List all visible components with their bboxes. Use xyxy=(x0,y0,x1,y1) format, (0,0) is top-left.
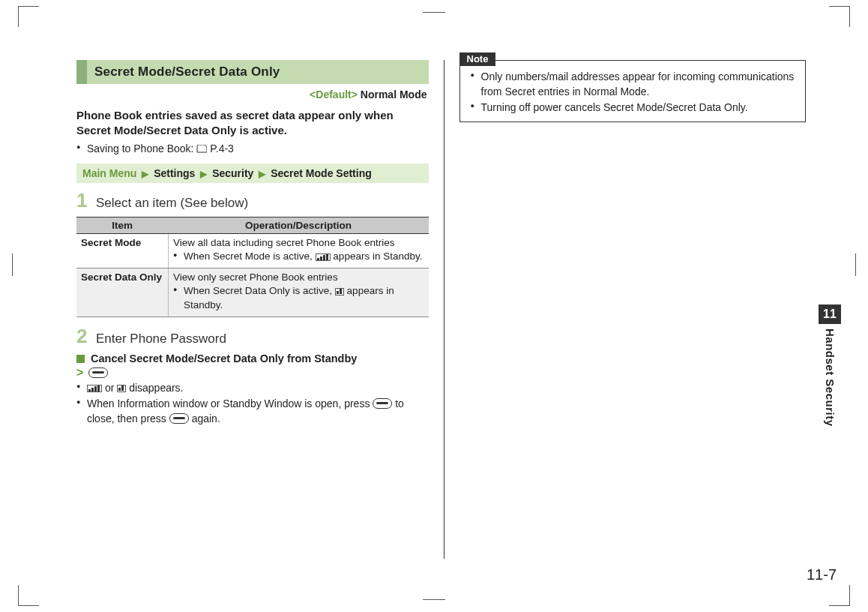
note-item: Turning off power cancels Secret Mode/Se… xyxy=(471,100,798,116)
note-label: Note xyxy=(459,52,496,66)
step-text: Select an item (See below) xyxy=(94,196,248,211)
end-call-key-icon xyxy=(373,398,392,409)
default-value: Normal Mode xyxy=(361,88,427,100)
page-ref-icon xyxy=(196,145,207,153)
page-number: 11-7 xyxy=(807,566,837,584)
table-item: Secret Mode xyxy=(76,234,169,268)
crumb-security: Security xyxy=(212,167,253,179)
step-number: 1 xyxy=(76,190,94,210)
chevron-right-icon: ▶ xyxy=(198,169,209,179)
end-call-key-icon xyxy=(169,413,189,424)
square-bullet-icon xyxy=(76,355,85,363)
step-number: 2 xyxy=(76,326,94,346)
table-row: Secret Data Only View only secret Phone … xyxy=(76,268,429,316)
crumb-main-menu: Main Menu xyxy=(82,167,136,179)
chapter-side-tab: 11 Handset Security xyxy=(819,304,841,427)
table-head-item: Item xyxy=(76,218,169,234)
cropmark-bottom-center-icon xyxy=(423,599,445,612)
section-header: Secret Mode/Secret Data Only xyxy=(76,60,429,84)
crumb-settings: Settings xyxy=(154,167,195,179)
chevron-right-icon: ▶ xyxy=(139,169,151,179)
chevron-right-icon: ▶ xyxy=(256,169,268,179)
cropmark-right-center-icon xyxy=(855,254,868,276)
table-desc: View all data including secret Phone Boo… xyxy=(169,234,429,268)
table-desc: View only secret Phone Book entries When… xyxy=(169,268,429,316)
mode-table: Item Operation/Description Secret Mode V… xyxy=(76,217,429,317)
table-head-desc: Operation/Description xyxy=(169,218,429,234)
step-2: 2 Enter Phone Password xyxy=(76,326,429,346)
step-1: 1 Select an item (See below) xyxy=(76,190,429,211)
secret-data-only-indicator-icon xyxy=(117,385,126,392)
default-mode-line: <Default> Normal Mode xyxy=(76,88,427,100)
step-text: Enter Phone Password xyxy=(94,332,226,346)
cropmark-left-center-icon xyxy=(0,254,13,276)
table-row: Secret Mode View all data including secr… xyxy=(76,234,429,268)
default-label: <Default> xyxy=(310,88,358,100)
intro-bullet: Saving to Phone Book: P.4-3 xyxy=(76,142,429,157)
cancel-bullet-2: When Information window or Standby Windo… xyxy=(76,397,429,426)
secret-data-only-indicator-icon xyxy=(335,288,344,296)
cancel-heading: Cancel Secret Mode/Secret Data Only from… xyxy=(76,352,429,364)
secret-mode-indicator-icon xyxy=(87,385,102,392)
crumb-secret-mode-setting: Secret Mode Setting xyxy=(271,167,372,179)
note-box: Note Only numbers/mail addresses appear … xyxy=(459,60,806,122)
chevron-right-icon: > xyxy=(76,366,83,379)
column-divider xyxy=(444,60,444,559)
note-item: Only numbers/mail addresses appear for i… xyxy=(471,70,798,99)
secret-mode-indicator-icon xyxy=(316,254,331,261)
chapter-number: 11 xyxy=(819,304,841,324)
menu-breadcrumb: Main Menu ▶ Settings ▶ Security ▶ Secret… xyxy=(76,164,429,183)
chapter-label: Handset Security xyxy=(824,328,837,427)
intro-text: Phone Book entries saved as secret data … xyxy=(76,108,429,139)
cancel-action: > xyxy=(76,366,429,380)
end-call-key-icon xyxy=(88,368,108,378)
cropmark-top-center-icon xyxy=(423,0,445,13)
table-item: Secret Data Only xyxy=(76,268,169,316)
cancel-bullet-1: or disappears. xyxy=(76,381,429,396)
section-title: Secret Mode/Secret Data Only xyxy=(87,60,429,84)
